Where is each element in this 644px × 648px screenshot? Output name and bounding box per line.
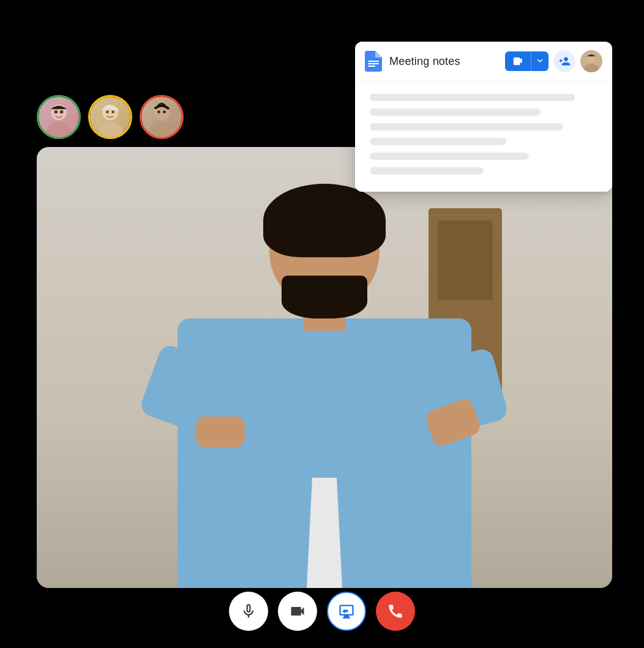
docs-line-1: [370, 94, 575, 101]
avatar-1-face: [39, 97, 79, 137]
participants-bar: [37, 95, 184, 139]
svg-point-17: [584, 64, 599, 72]
svg-point-7: [106, 110, 109, 113]
end-call-button[interactable]: [376, 592, 415, 631]
docs-header-actions: [505, 50, 602, 72]
docs-title: Meeting notes: [389, 55, 498, 68]
meet-join-button[interactable]: [505, 51, 531, 71]
person-head: [269, 184, 380, 306]
mic-icon: [240, 603, 257, 620]
user-avatar[interactable]: [580, 50, 602, 72]
svg-point-8: [111, 110, 114, 113]
person-hair: [263, 184, 386, 257]
docs-line-5: [370, 153, 529, 160]
google-docs-icon: [365, 51, 382, 72]
video-container: [37, 147, 612, 588]
svg-rect-13: [368, 61, 379, 62]
share-screen-icon: [338, 603, 355, 620]
svg-point-4: [60, 110, 64, 114]
person-figure: [135, 171, 514, 588]
participant-avatar-2[interactable]: [88, 95, 132, 139]
svg-point-10: [149, 121, 174, 139]
docs-line-3: [370, 123, 563, 130]
docs-line-6: [370, 167, 484, 175]
camera-icon: [289, 603, 306, 620]
control-bar: [229, 592, 415, 631]
add-person-button[interactable]: [553, 50, 575, 72]
svg-point-6: [98, 121, 122, 139]
chevron-down-icon: [536, 57, 544, 64]
person-hand-left: [196, 416, 245, 447]
scene: Meeting notes: [0, 0, 644, 648]
video-camera-icon: [512, 56, 523, 67]
camera-button[interactable]: [278, 592, 317, 631]
end-call-icon: [387, 603, 404, 620]
add-person-icon: [558, 55, 571, 67]
person-beard: [282, 276, 367, 318]
docs-line-2: [370, 108, 541, 116]
svg-point-11: [157, 110, 160, 113]
meet-button-group[interactable]: [505, 51, 549, 71]
avatar-2-face: [90, 97, 130, 137]
participant-avatar-1[interactable]: [37, 95, 81, 139]
docs-panel: Meeting notes: [355, 42, 612, 192]
svg-point-1: [47, 121, 71, 139]
meet-dropdown-button[interactable]: [531, 51, 549, 71]
person-body: [178, 318, 471, 588]
docs-body: [355, 81, 612, 192]
participant-avatar-3[interactable]: [140, 95, 184, 139]
svg-rect-15: [368, 66, 375, 67]
docs-line-4: [370, 138, 506, 145]
share-screen-button[interactable]: [327, 592, 366, 631]
person-inner-shirt: [294, 478, 355, 588]
avatar-3-face: [141, 97, 182, 137]
svg-point-3: [54, 110, 58, 114]
svg-point-12: [163, 110, 166, 113]
mic-button[interactable]: [229, 592, 268, 631]
video-background: [37, 147, 612, 588]
svg-rect-14: [368, 63, 379, 64]
docs-header: Meeting notes: [355, 42, 612, 81]
